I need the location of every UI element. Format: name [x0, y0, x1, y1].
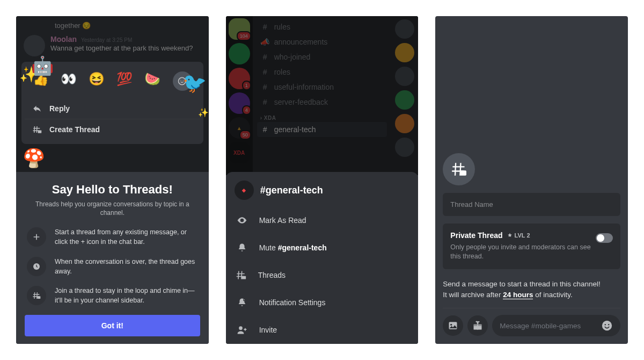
menu-label: Mark As Read: [259, 216, 306, 225]
emoji-picker-button[interactable]: [601, 320, 613, 332]
server-icon-small: ◆XDA: [235, 181, 254, 200]
start-hint: Send a message to start a thread in this…: [443, 279, 620, 301]
reaction-laugh[interactable]: 😆: [89, 71, 105, 91]
private-thread-card: Private Thread LVL 2 Only people you inv…: [443, 224, 620, 269]
message-username[interactable]: Moolan: [50, 35, 77, 44]
sheet-header: ◆XDA #general-tech: [226, 172, 419, 206]
tip-row: Join a thread to stay in the loop and ch…: [25, 286, 200, 305]
gift-icon: [472, 320, 483, 331]
divider: [443, 308, 620, 308]
private-thread-title: Private Thread: [450, 231, 502, 240]
message-input[interactable]: Message #mobile-games: [492, 315, 620, 336]
menu-label: Threads: [258, 271, 286, 279]
private-thread-desc: Only people you invite and moderators ca…: [450, 243, 613, 262]
robot-decor-icon: 🤖: [31, 55, 54, 76]
smile-icon: [601, 320, 613, 332]
sparkle-icon: ✨: [198, 107, 209, 118]
message-timestamp: Yesterday at 3:25 PM: [81, 37, 132, 43]
svg-point-9: [239, 326, 243, 330]
boost-icon: [507, 233, 513, 238]
tip-row: Start a thread from any existing message…: [25, 227, 200, 247]
message-compose-bar: Message #mobile-games: [443, 315, 620, 344]
threads-intro-sheet: Say Hello to Threads! Threads help you o…: [16, 172, 209, 344]
boost-level-badge: LVL 2: [507, 232, 530, 239]
menu-label: Mute #general-tech: [259, 243, 327, 252]
intro-title: Say Hello to Threads!: [25, 183, 200, 197]
svg-point-15: [602, 321, 612, 330]
gift-button[interactable]: [467, 315, 488, 336]
thread-hero-icon: [443, 153, 475, 185]
bell-badge-icon: [237, 298, 247, 307]
invite-item[interactable]: Invite: [226, 316, 419, 344]
svg-point-17: [608, 324, 609, 325]
thread-name-input[interactable]: Thread Name: [443, 193, 620, 216]
thread-icon: [32, 125, 42, 134]
menu-label: Invite: [259, 326, 277, 334]
avatar[interactable]: [24, 35, 45, 56]
svg-point-16: [605, 324, 606, 325]
tip-row: When the conversation is over, the threa…: [25, 257, 200, 276]
reaction-watermelon[interactable]: 🍉: [144, 71, 160, 91]
message-text: Wanna get together at the park this week…: [50, 44, 201, 53]
create-thread-label: Create Thread: [49, 125, 100, 134]
thread-hash-icon: [27, 286, 46, 305]
tip-text: Start a thread from any existing message…: [55, 227, 198, 247]
bird-decor-icon: 🐦: [182, 72, 207, 95]
intro-subtitle: Threads help you organize conversations …: [25, 200, 200, 218]
got-it-button[interactable]: Got it!: [25, 315, 200, 336]
mushroom-decor-icon: 🍄: [23, 147, 45, 169]
private-thread-toggle[interactable]: [596, 233, 613, 243]
message-placeholder: Message #mobile-games: [500, 322, 581, 330]
reply-label: Reply: [49, 104, 70, 113]
tip-text: Join a thread to stay in the loop and ch…: [55, 286, 198, 305]
mute-channel-item[interactable]: Mute #general-tech: [226, 234, 419, 261]
channel-list-background: 104 1 4 ▲50 XDA #rules 📣announcements #w…: [226, 16, 419, 175]
chat-background: together 😔 Moolan Yesterday at 3:25 PM W…: [16, 16, 209, 172]
thread-icon: [236, 270, 246, 280]
person-plus-icon: [237, 325, 247, 335]
bell-icon: [237, 243, 247, 253]
previous-message-tail: together 😔: [16, 16, 209, 32]
image-icon: [448, 320, 458, 331]
plus-icon: [27, 227, 46, 247]
message-row[interactable]: Moolan Yesterday at 3:25 PM Wanna get to…: [16, 32, 209, 56]
reaction-eyes[interactable]: 👀: [61, 71, 77, 91]
reply-action[interactable]: Reply: [25, 98, 200, 119]
channel-actions-sheet: ◆XDA #general-tech Mark As Read Mute #ge…: [226, 172, 419, 344]
menu-label: Notification Settings: [259, 298, 326, 307]
panel-new-thread: Thread Name Private Thread LVL 2 Only pe…: [435, 16, 628, 344]
svg-point-1: [180, 80, 181, 81]
notification-settings-item[interactable]: Notification Settings: [226, 289, 419, 316]
panel-channel-menu: 104 1 4 ▲50 XDA #rules 📣announcements #w…: [226, 16, 419, 344]
svg-point-12: [450, 324, 452, 326]
svg-rect-10: [460, 170, 467, 175]
eye-icon: [237, 215, 247, 226]
panel-threads-intro: together 😔 Moolan Yesterday at 3:25 PM W…: [16, 16, 209, 344]
tip-text: When the conversation is over, the threa…: [55, 257, 198, 276]
mark-as-read-item[interactable]: Mark As Read: [226, 206, 419, 234]
reaction-100[interactable]: 💯: [116, 71, 133, 91]
sheet-title: #general-tech: [260, 185, 323, 196]
svg-rect-3: [38, 131, 42, 133]
clock-icon: [27, 257, 46, 276]
create-thread-action[interactable]: Create Thread: [25, 119, 200, 140]
svg-rect-7: [241, 276, 246, 279]
svg-point-6: [241, 219, 243, 221]
thread-name-placeholder: Thread Name: [450, 200, 493, 208]
attach-image-button[interactable]: [443, 315, 463, 336]
threads-item[interactable]: Threads: [226, 261, 419, 289]
reply-icon: [32, 104, 42, 113]
svg-rect-5: [37, 296, 40, 299]
